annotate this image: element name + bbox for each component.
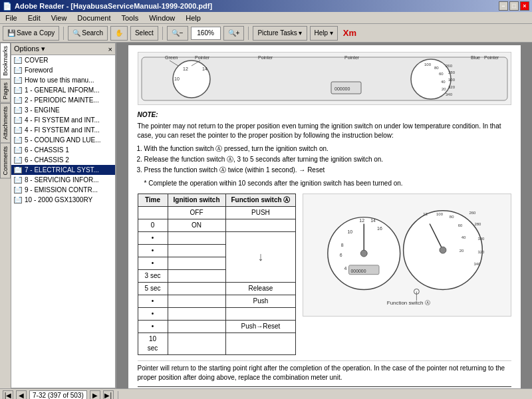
comments-tab[interactable]: Comments (0, 143, 11, 179)
doc-icon: 📄 (14, 87, 22, 94)
bookmark-item[interactable]: 📄 4 - FI SYSTEM and INT... (11, 125, 115, 135)
doc-icon: 📄 (14, 157, 22, 164)
svg-text:12: 12 (360, 218, 365, 223)
first-page-button[interactable]: |◀ (3, 390, 13, 400)
last-page-button[interactable]: ▶| (103, 390, 114, 400)
bookmark-item[interactable]: 📄 5 - COOLING AND LUE... (11, 135, 115, 145)
search-icon: 🔍 (72, 29, 80, 37)
instruction-note: * Complete the operation within 10 secon… (144, 179, 511, 188)
svg-text:Blue: Blue (471, 55, 480, 60)
prev-page-button[interactable]: ◀ (16, 390, 27, 400)
doc-icon: 📄 (14, 57, 22, 64)
svg-text:Pointer: Pointer (258, 55, 273, 60)
bookmark-item[interactable]: 📄 COVER (11, 55, 115, 65)
maximize-button[interactable]: □ (509, 1, 519, 11)
table-diagram-section: Time Ignition switch Function switch Ⓐ O… (138, 194, 511, 355)
page-info: 7-32 (397 of 503) (29, 390, 87, 400)
save-copy-button[interactable]: 💾 Save a Copy (3, 26, 59, 41)
next-page-button[interactable]: ▶ (90, 390, 100, 400)
instruction-2: Release the function switch Ⓐ, 3 to 5 se… (144, 155, 511, 164)
doc-icon: 📄 (14, 97, 22, 104)
hand-tool-button[interactable]: ✋ (110, 26, 128, 41)
svg-text:13: 13 (424, 212, 428, 216)
instruction-list: With the function switch Ⓐ pressed, turn… (144, 144, 511, 175)
doc-icon: 📄 (14, 67, 22, 74)
table-row: • Push→Reset (138, 321, 296, 333)
menu-help[interactable]: Help (183, 14, 203, 22)
options-label[interactable]: Options ▾ (14, 45, 45, 53)
pages-tab[interactable]: Pages (0, 79, 11, 103)
close-panel-icon[interactable]: × (108, 45, 112, 53)
doc-icon: 📄 (14, 137, 22, 144)
bookmark-item[interactable]: 📄 1 - GENERAL INFORM... (11, 85, 115, 95)
vertical-tabs: Bookmarks Pages Attachments Comments (0, 43, 11, 388)
bookmark-item[interactable]: 📄 How to use this manu... (11, 75, 115, 85)
bookmark-item[interactable]: 📄 6 - CHASSIS 2 (11, 155, 115, 165)
svg-text:4: 4 (344, 266, 347, 271)
toolbar-separator-1 (63, 27, 64, 40)
pdf-page: 12 10 14 100 80 60 40 20 260 280 300 320… (128, 45, 521, 388)
instruction-3: Press the function switch Ⓐ twice (withi… (144, 166, 511, 175)
svg-text:20: 20 (460, 249, 464, 253)
svg-text:80: 80 (450, 215, 454, 219)
table-row: OFF PUSH (138, 207, 296, 219)
table-row-dot: • ↓ (138, 232, 296, 245)
svg-text:14: 14 (202, 66, 207, 71)
svg-text:40: 40 (462, 235, 466, 239)
bookmark-item[interactable]: 📄 9 - EMISSION CONTR... (11, 185, 115, 195)
doc-icon: 📄 (14, 127, 22, 134)
instruction-1: With the function switch Ⓐ pressed, turn… (144, 144, 511, 154)
top-gauge-diagram: 12 10 14 100 80 60 40 20 260 280 300 320… (138, 52, 511, 105)
menu-tools[interactable]: Tools (119, 14, 142, 22)
page-footer: ELECTRICAL SYSTEM 7-33 (138, 386, 511, 388)
content-area: 12 10 14 100 80 60 40 20 260 280 300 320… (116, 43, 532, 388)
bookmark-item[interactable]: 📄 7 - ELECTRICAL SYST... (11, 165, 115, 175)
svg-text:Pointer: Pointer (344, 55, 360, 60)
attachments-tab[interactable]: Attachments (0, 103, 11, 143)
toolbar-separator-2 (162, 27, 163, 40)
svg-text:280: 280 (448, 70, 456, 74)
doc-icon: 📄 (14, 177, 22, 184)
select-button[interactable]: Select (130, 26, 158, 41)
gauge-detail-svg: 12 10 14 8 16 6 4 000000 (303, 194, 510, 316)
menu-file[interactable]: File (3, 14, 20, 22)
doc-icon: 📄 (14, 117, 22, 124)
bookmark-item[interactable]: 📄 8 - SERVICING INFOR... (11, 175, 115, 185)
menu-window[interactable]: Window (146, 14, 178, 22)
menu-view[interactable]: View (49, 14, 70, 22)
col-ignition: Ignition switch (168, 194, 225, 207)
svg-text:16: 16 (377, 226, 382, 231)
svg-text:20: 20 (442, 87, 446, 91)
help-button[interactable]: Help ▾ (310, 26, 338, 41)
bookmark-item[interactable]: 📄 Foreword (11, 65, 115, 75)
doc-icon: 📄 (14, 147, 22, 154)
bookmark-item[interactable]: 📄 3 - ENGINE (11, 105, 115, 115)
status-bar: |◀ ◀ 7-32 (397 of 503) ▶ ▶| (0, 388, 532, 399)
svg-text:Pointer: Pointer (195, 55, 210, 60)
menu-edit[interactable]: Edit (25, 14, 43, 22)
title-bar: 📄 Adobe Reader - [HayabusaServiceManual-… (0, 0, 532, 12)
bookmark-item[interactable]: 📄 4 - FI SYSTEM and INT... (11, 115, 115, 125)
close-button[interactable]: × (520, 1, 529, 11)
zoom-out-button[interactable]: 🔍− (167, 26, 188, 41)
menu-document[interactable]: Document (74, 14, 113, 22)
svg-text:260: 260 (469, 211, 477, 215)
svg-text:Pointer: Pointer (484, 55, 499, 60)
sidebar: Bookmarks Pages Attachments Comments Opt… (0, 43, 116, 388)
svg-text:000000: 000000 (334, 86, 350, 91)
zoom-input[interactable] (191, 27, 221, 40)
app-icon: 📄 (3, 2, 12, 11)
zoom-in-button[interactable]: 🔍+ (223, 26, 245, 41)
svg-text:280: 280 (475, 222, 482, 226)
bookmark-item[interactable]: 📄 6 - CHASSIS 1 (11, 145, 115, 155)
bookmark-item[interactable]: 📄 2 - PERIODIC MAINTE... (11, 95, 115, 105)
bookmarks-tab[interactable]: Bookmarks (0, 43, 11, 79)
minimize-button[interactable]: − (499, 1, 508, 11)
bookmarks-header: Options ▾ × (11, 43, 115, 55)
svg-text:100: 100 (436, 212, 444, 216)
doc-icon: 📄 (14, 107, 22, 114)
picture-tasks-button[interactable]: Picture Tasks ▾ (253, 26, 307, 41)
bookmark-item[interactable]: 📄 10 - 2000 GSX1300RY (11, 195, 115, 205)
window-title: Adobe Reader - [HayabusaServiceManual-19… (15, 2, 212, 10)
search-button[interactable]: 🔍 Search (68, 26, 108, 41)
